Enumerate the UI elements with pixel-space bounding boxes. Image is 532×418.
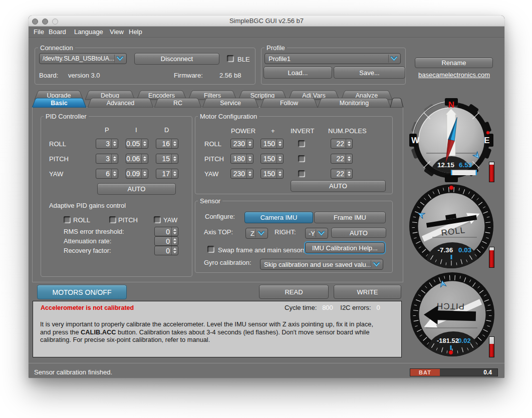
svg-text:Follow: Follow bbox=[280, 100, 299, 107]
svg-text:Advanced: Advanced bbox=[107, 100, 135, 107]
svg-text:Monitoring: Monitoring bbox=[340, 100, 369, 107]
svg-text:0.03: 0.03 bbox=[458, 246, 472, 254]
svg-text:Filters: Filters bbox=[204, 92, 221, 99]
svg-text:Analyze: Analyze bbox=[356, 92, 378, 99]
svg-text:W: W bbox=[411, 136, 420, 145]
svg-text:Service: Service bbox=[220, 100, 241, 107]
svg-text:Basic: Basic bbox=[51, 100, 67, 107]
svg-text:RC: RC bbox=[173, 100, 182, 107]
svg-text:Scripting: Scripting bbox=[250, 92, 275, 99]
svg-text:0.02: 0.02 bbox=[458, 337, 470, 344]
svg-text:Upgrade: Upgrade bbox=[47, 92, 71, 99]
svg-text:N: N bbox=[448, 100, 454, 110]
svg-text:-181.52: -181.52 bbox=[437, 337, 459, 344]
svg-text:Encoders: Encoders bbox=[148, 92, 175, 99]
svg-text:E: E bbox=[484, 136, 489, 145]
svg-text:-7.36: -7.36 bbox=[438, 246, 453, 254]
svg-text:12.15: 12.15 bbox=[437, 161, 454, 169]
svg-text:6.53: 6.53 bbox=[459, 161, 472, 169]
svg-text:Adj.Vars: Adj.Vars bbox=[302, 92, 325, 99]
svg-text:Debug: Debug bbox=[101, 92, 119, 99]
svg-text:PITCH: PITCH bbox=[436, 301, 464, 311]
